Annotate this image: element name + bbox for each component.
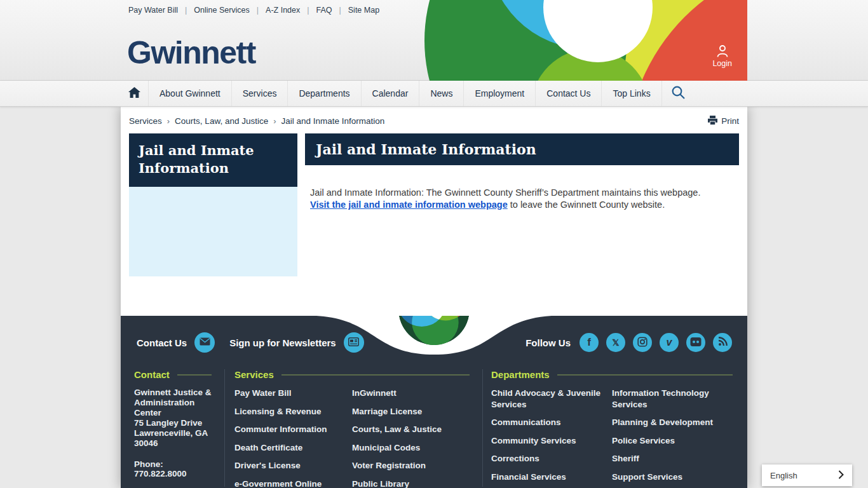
footer-link-e-government-online[interactable]: e-Government Online	[234, 478, 352, 488]
footer-departments-column: Departments Child Advocacy & Juvenile Se…	[491, 369, 747, 488]
home-icon	[128, 87, 140, 100]
footer-link-police-services[interactable]: Police Services	[612, 435, 733, 447]
follow-us-label: Follow Us	[526, 337, 571, 348]
search-icon	[671, 85, 686, 102]
instagram-icon	[637, 337, 648, 349]
footer-link-ingwinnett[interactable]: InGwinnett	[352, 388, 470, 399]
footer-link-death-certificate[interactable]: Death Certificate	[234, 442, 352, 454]
footer-link-municipal-codes[interactable]: Municipal Codes	[352, 442, 470, 454]
heading-rule	[177, 374, 212, 376]
social-rss[interactable]	[713, 333, 732, 352]
contact-address: Gwinnett Justice & Administration Center…	[134, 388, 212, 449]
login-button[interactable]: Login	[712, 43, 732, 68]
footer-link-child-advocacy-juvenile-services[interactable]: Child Advocacy & Juvenile Services	[491, 388, 612, 410]
nav-item-departments[interactable]: Departments	[288, 81, 361, 106]
address-line: Lawrenceville, GA 30046	[134, 428, 212, 449]
rss-icon	[718, 337, 728, 348]
social-x-twitter[interactable]: 𝕏	[606, 333, 625, 352]
footer-columns: Contact Gwinnett Justice & Administratio…	[134, 369, 747, 488]
login-label: Login	[712, 59, 732, 68]
sidebar-title: Jail and Inmate Information	[129, 133, 297, 187]
facebook-icon: f	[587, 336, 591, 349]
footer-link-sheriff[interactable]: Sheriff	[612, 453, 733, 464]
main-pane: Jail and Inmate Information Jail and Inm…	[305, 133, 739, 276]
top-link-site-map[interactable]: Site Map	[341, 6, 386, 15]
contact-us-label: Contact Us	[137, 337, 187, 348]
social-vimeo[interactable]: v	[660, 333, 679, 352]
breadcrumb-separator: ›	[167, 116, 170, 126]
social-links: f𝕏v	[580, 333, 732, 352]
social-facebook[interactable]: f	[580, 333, 599, 352]
top-link-online-services[interactable]: Online Services	[187, 6, 257, 15]
breadcrumb-courts-law-and-justice[interactable]: Courts, Law, and Justice	[175, 116, 268, 126]
footer-divider	[224, 369, 225, 487]
footer-link-driver-s-license[interactable]: Driver's License	[234, 460, 352, 471]
page-title-bar: Jail and Inmate Information	[305, 133, 739, 165]
jail-info-link[interactable]: Visit the jail and inmate information we…	[310, 200, 508, 210]
newsletter-label: Sign up for Newsletters	[229, 337, 336, 348]
footer-link-public-library[interactable]: Public Library	[352, 478, 470, 488]
top-link-faq[interactable]: FAQ	[309, 6, 339, 15]
breadcrumb: Services›Courts, Law, and Justice›Jail a…	[129, 116, 384, 126]
footer-link-pay-water-bill[interactable]: Pay Water Bill	[234, 388, 352, 399]
paragraph-text-2: to leave the Gwinnett County website.	[510, 200, 665, 210]
nav-item-services[interactable]: Services	[232, 81, 288, 106]
footer-contact-column: Contact Gwinnett Justice & Administratio…	[134, 369, 212, 488]
footer-link-financial-services[interactable]: Financial Services	[491, 471, 612, 483]
social-flickr[interactable]	[686, 333, 705, 352]
nav-item-employment[interactable]: Employment	[464, 81, 536, 106]
heading-rule	[281, 374, 470, 376]
footer-link-planning-development[interactable]: Planning & Development	[612, 417, 733, 428]
search-button[interactable]	[662, 81, 695, 106]
footer-link-community-services[interactable]: Community Services	[491, 435, 612, 447]
social-instagram[interactable]	[633, 333, 652, 352]
heading-rule	[557, 374, 733, 376]
address-line: Gwinnett Justice & Administration Center	[134, 388, 212, 418]
chevron-right-icon	[838, 470, 844, 481]
page-paragraph: Jail and Inmate Information: The Gwinnet…	[310, 187, 734, 211]
breadcrumb-separator: ›	[273, 116, 276, 126]
top-link-a-z-index[interactable]: A-Z Index	[259, 6, 307, 15]
printer-icon	[708, 116, 717, 126]
top-link-pay-water-bill[interactable]: Pay Water Bill	[128, 6, 185, 15]
footer-services-column: Services Pay Water BillLicensing & Reven…	[234, 369, 470, 488]
footer-link-corrections[interactable]: Corrections	[491, 453, 612, 464]
content-area: Services›Courts, Law, and Justice›Jail a…	[121, 107, 747, 316]
footer-link-courts-law-justice[interactable]: Courts, Law & Justice	[352, 424, 470, 435]
nav-item-news[interactable]: News	[419, 81, 464, 106]
footer-link-licensing-revenue[interactable]: Licensing & Revenue	[234, 406, 352, 417]
page: Pay Water Bill|Online Services|A-Z Index…	[0, 0, 868, 488]
footer: Contact Us Sign up for Newsletters	[121, 316, 747, 488]
flickr-icon	[690, 337, 702, 349]
newsletter-signup-button[interactable]	[344, 332, 364, 353]
footer-link-support-services[interactable]: Support Services	[612, 471, 733, 483]
gwinnett-logo[interactable]: Gwinnett	[127, 34, 255, 71]
language-selector[interactable]: English	[762, 464, 852, 486]
nav-items: About GwinnettServicesDepartmentsCalenda…	[149, 81, 662, 106]
brand-banner-graphic	[423, 0, 747, 81]
services-heading: Services	[234, 369, 274, 380]
home-button[interactable]	[121, 81, 149, 106]
breadcrumb-services[interactable]: Services	[129, 116, 162, 126]
gwinnett-circle-logo	[397, 316, 471, 349]
footer-link-communications[interactable]: Communications	[491, 417, 612, 428]
x-twitter-icon: 𝕏	[612, 337, 619, 348]
nav-item-top-links[interactable]: Top Links	[602, 81, 661, 106]
print-button[interactable]: Print	[708, 116, 739, 126]
envelope-icon	[200, 337, 210, 348]
sidebar-panel	[129, 187, 297, 276]
contact-us-button[interactable]	[194, 332, 215, 353]
page-title: Jail and Inmate Information	[316, 141, 536, 158]
contact-phone: Phone: 770.822.8000	[134, 459, 212, 478]
person-icon	[712, 43, 732, 58]
left-sidebar: Jail and Inmate Information	[129, 133, 297, 276]
footer-link-information-technology-services[interactable]: Information Technology Services	[612, 388, 733, 410]
nav-item-about-gwinnett[interactable]: About Gwinnett	[149, 81, 232, 106]
footer-link-voter-registration[interactable]: Voter Registration	[352, 460, 470, 471]
nav-item-calendar[interactable]: Calendar	[362, 81, 420, 106]
language-label: English	[770, 471, 797, 480]
footer-link-marriage-license[interactable]: Marriage License	[352, 406, 470, 417]
footer-link-commuter-information[interactable]: Commuter Information	[234, 424, 352, 435]
breadcrumb-jail-and-inmate-information: Jail and Inmate Information	[281, 116, 385, 126]
nav-item-contact-us[interactable]: Contact Us	[536, 81, 602, 106]
